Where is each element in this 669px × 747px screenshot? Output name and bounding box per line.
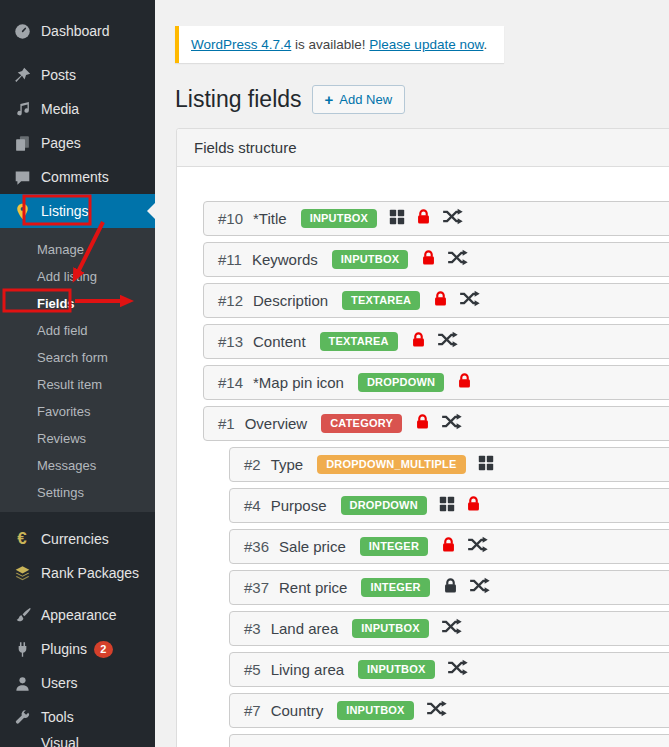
submenu-item-search-form[interactable]: Search form	[0, 344, 155, 371]
field-row[interactable]: #12 Description TEXTAREA	[203, 283, 669, 318]
submenu-item-add-field[interactable]: Add field	[0, 317, 155, 344]
shuffle-icon	[447, 659, 468, 676]
field-type-badge: INPUTBOX	[332, 250, 408, 269]
submenu-item-label: Settings	[37, 485, 84, 500]
field-row[interactable]: #7 Country INPUTBOX	[229, 693, 669, 728]
submenu-item-settings[interactable]: Settings	[0, 479, 155, 506]
submenu-item-label: Add listing	[37, 269, 97, 284]
fields-structure-panel: Fields structure #10 *Title INPUTBOX #11…	[176, 128, 669, 747]
submenu-item-label: Favorites	[37, 404, 90, 419]
listings-submenu: ManageAdd listingFieldsAdd fieldSearch f…	[0, 228, 155, 512]
shuffle-icon	[459, 290, 480, 307]
field-number: #1	[218, 415, 235, 432]
sidebar-item-listings[interactable]: Listings	[0, 194, 155, 228]
submenu-item-fields[interactable]: Fields	[0, 290, 155, 317]
sidebar-item-label: Rank Packages	[41, 565, 139, 581]
field-label: Country	[271, 702, 324, 719]
shuffle-icon	[442, 208, 463, 225]
field-row[interactable]: #37 Rent price INTEGER	[229, 570, 669, 605]
shuffle-icon	[441, 413, 462, 430]
shuffle-icon	[441, 618, 462, 635]
sidebar-item-visual-composer[interactable]: Visual Composer	[0, 734, 155, 747]
field-label: Description	[253, 292, 328, 309]
sidebar-menu-top: Dashboard Posts Media Pages Comments Lis…	[0, 14, 155, 228]
sidebar-item-dashboard[interactable]: Dashboard	[0, 14, 155, 48]
sidebar-item-label: Posts	[41, 67, 76, 83]
lock-icon	[432, 290, 449, 307]
sidebar-item-label: Plugins	[41, 641, 87, 657]
sidebar-item-label: Comments	[41, 169, 109, 185]
location-pin-icon	[12, 201, 32, 221]
field-type-badge: TEXTAREA	[320, 332, 398, 351]
field-number: #12	[218, 292, 243, 309]
shuffle-icon	[437, 331, 458, 348]
submenu-item-add-listing[interactable]: Add listing	[0, 263, 155, 290]
field-row[interactable]: #14 *Map pin icon DROPDOWN	[203, 365, 669, 400]
sidebar-item-label: Media	[41, 101, 79, 117]
sidebar-item-tools[interactable]: Tools	[0, 700, 155, 734]
submenu-item-favorites[interactable]: Favorites	[0, 398, 155, 425]
submenu-item-label: Reviews	[37, 431, 86, 446]
visual-composer-icon	[12, 741, 32, 747]
update-now-link[interactable]: Please update now	[369, 37, 483, 52]
field-number: #3	[244, 620, 261, 637]
field-row[interactable]: #36 Sale price INTEGER	[229, 529, 669, 564]
sidebar-item-media[interactable]: Media	[0, 92, 155, 126]
shuffle-icon	[426, 700, 447, 717]
submenu-item-result-item[interactable]: Result item	[0, 371, 155, 398]
pages-icon	[12, 133, 32, 153]
sidebar-item-label: Currencies	[41, 531, 109, 547]
field-row[interactable]: #13 Content TEXTAREA	[203, 324, 669, 359]
sidebar-item-users[interactable]: Users	[0, 666, 155, 700]
field-row[interactable]: #3 Land area INPUTBOX	[229, 611, 669, 646]
add-new-button[interactable]: + Add New	[312, 85, 406, 114]
menu-separator	[0, 48, 155, 58]
sidebar-item-posts[interactable]: Posts	[0, 58, 155, 92]
field-label: Keywords	[252, 251, 318, 268]
submenu-item-label: Messages	[37, 458, 96, 473]
grid-icon	[439, 496, 455, 512]
field-number: #10	[218, 210, 243, 227]
field-row[interactable]: #10 *Title INPUTBOX	[203, 201, 669, 236]
submenu-item-label: Manage	[37, 242, 84, 257]
field-row[interactable]: #4 Purpose DROPDOWN	[229, 488, 669, 523]
plus-icon: +	[325, 93, 334, 106]
sidebar-item-appearance[interactable]: Appearance	[0, 598, 155, 632]
submenu-item-label: Add field	[37, 323, 88, 338]
grid-icon	[389, 209, 405, 225]
field-row-partial[interactable]	[229, 734, 669, 747]
sidebar-item-label: Tools	[41, 709, 74, 725]
sidebar-item-pages[interactable]: Pages	[0, 126, 155, 160]
field-label: Land area	[271, 620, 339, 637]
submenu-item-label: Search form	[37, 350, 108, 365]
field-number: #2	[244, 456, 261, 473]
shuffle-icon	[469, 577, 490, 594]
field-row[interactable]: #5 Living area INPUTBOX	[229, 652, 669, 687]
lock-icon	[410, 331, 427, 348]
lock-icon	[465, 495, 482, 512]
field-type-badge: INPUTBOX	[358, 660, 434, 679]
sidebar-item-label: Appearance	[41, 607, 117, 623]
lock-icon	[440, 536, 457, 553]
sidebar-item-rank-packages[interactable]: Rank Packages	[0, 556, 155, 590]
euro-icon: €	[12, 529, 32, 549]
field-label: Living area	[271, 661, 344, 678]
submenu-item-reviews[interactable]: Reviews	[0, 425, 155, 452]
sidebar-item-label: Pages	[41, 135, 81, 151]
sidebar-menu-bottom: € Currencies Rank Packages Appearance Pl…	[0, 522, 155, 747]
field-type-badge: CATEGORY	[321, 414, 402, 433]
submenu-item-messages[interactable]: Messages	[0, 452, 155, 479]
sidebar-item-comments[interactable]: Comments	[0, 160, 155, 194]
submenu-item-manage[interactable]: Manage	[0, 236, 155, 263]
field-row[interactable]: #2 Type DROPDOWN_MULTIPLE	[229, 447, 669, 482]
field-row[interactable]: #1 Overview CATEGORY	[203, 406, 669, 441]
sidebar-item-currencies[interactable]: € Currencies	[0, 522, 155, 556]
pushpin-icon	[12, 65, 32, 85]
wordpress-version-link[interactable]: WordPress 4.7.4	[191, 37, 291, 52]
sidebar-item-label: Listings	[41, 203, 88, 219]
panel-title: Fields structure	[177, 129, 669, 167]
sidebar-item-plugins[interactable]: Plugins 2	[0, 632, 155, 666]
lock-icon	[420, 249, 437, 266]
field-row[interactable]: #11 Keywords INPUTBOX	[203, 242, 669, 277]
notice-text: is available!	[291, 37, 369, 52]
